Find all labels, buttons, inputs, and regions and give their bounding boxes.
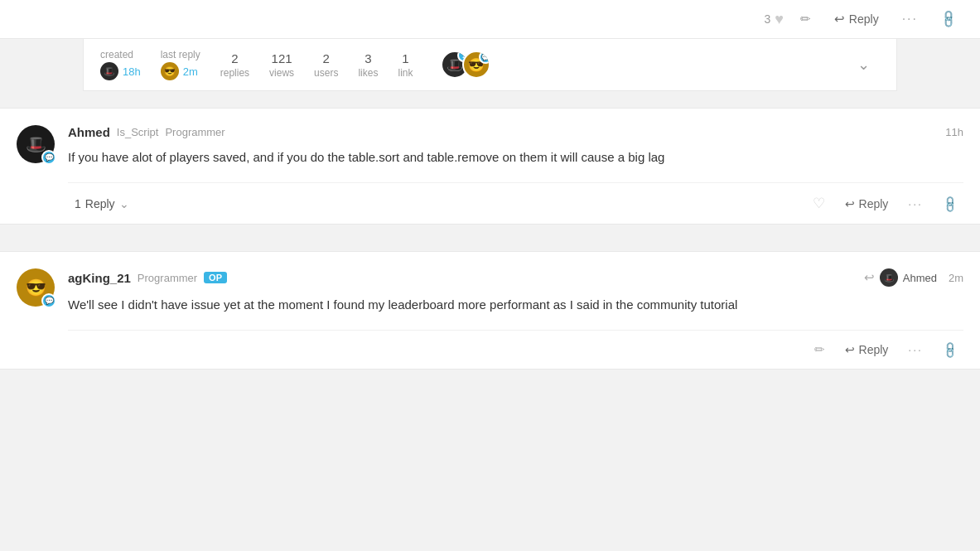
agking-timestamp: 2m <box>949 272 963 284</box>
edit-button-top[interactable]: ✏ <box>794 8 818 30</box>
ahmed-reply-label: Reply <box>859 197 889 210</box>
created-user-row: 🎩 18h <box>100 62 141 80</box>
meta-link: 1 link <box>398 51 413 79</box>
ahmed-avatar-badge: 💬 <box>41 150 56 165</box>
agking-footer: ✏ ↩ Reply ··· 🔗 <box>68 330 963 369</box>
ahmed-author-info: Ahmed Is_Script Programmer <box>68 125 225 139</box>
created-label: created <box>100 49 141 60</box>
agking-role: Programmer <box>138 272 197 284</box>
op-badge: OP <box>204 272 227 283</box>
agking-post-actions: ✏ ↩ Reply ··· 🔗 <box>808 339 963 360</box>
ahmed-header: Ahmed Is_Script Programmer 11h <box>68 125 963 139</box>
ahmed-footer: 1 Reply ⌄ ♡ ↩ Reply ··· <box>68 182 963 224</box>
ahmed-avatar: 🎩 💬 <box>17 125 55 163</box>
ahmed-replies-count: 1 <box>75 197 81 210</box>
post-ahmed: 🎩 💬 Ahmed Is_Script Programmer 11h If yo… <box>0 108 980 225</box>
ahmed-link-icon: 🔗 <box>940 194 959 213</box>
likes-value: 3 <box>364 51 371 65</box>
agking-more-icon: ··· <box>908 343 923 356</box>
meta-created: created 🎩 18h <box>100 49 141 80</box>
agking-edit-button[interactable]: ✏ <box>808 339 832 360</box>
chevron-down-icon: ⌄ <box>857 56 870 73</box>
participants-avatars: 🎩 2 😎 💬 <box>441 51 490 79</box>
link-label: link <box>398 67 413 79</box>
meta-views: 121 views <box>269 51 294 79</box>
agking-avatar: 😎 💬 <box>17 268 55 307</box>
top-action-bar: 3 ♥ ✏ ↩ Reply ··· 🔗 <box>0 0 980 39</box>
agking-avatar-col: 😎 💬 <box>17 268 55 369</box>
replies-label: replies <box>220 67 249 79</box>
reply-label-top: Reply <box>849 12 879 26</box>
agking-reply-label: Reply <box>859 343 889 356</box>
agking-author-info: agKing_21 Programmer OP <box>68 271 227 285</box>
last-reply-time: 2m <box>183 65 198 78</box>
agking-reply-arrow-icon: ↩ <box>845 343 855 356</box>
last-reply-avatar: 😎 <box>161 62 179 80</box>
thread-meta-bar: created 🎩 18h last reply 😎 2m 2 replies … <box>83 39 897 91</box>
reply-ref-avatar: 🎩 <box>880 268 898 287</box>
more-icon-top: ··· <box>902 12 918 27</box>
reply-ref-arrow-icon: ↩ <box>864 270 875 285</box>
link-button-top[interactable]: 🔗 <box>934 8 963 30</box>
agking-header: agKing_21 Programmer OP ↩ 🎩 Ahmed 2m <box>68 268 963 287</box>
replies-value: 2 <box>231 51 238 65</box>
ahmed-more-icon: ··· <box>908 197 923 210</box>
ahmed-role: Programmer <box>165 126 224 138</box>
post-agking: 😎 💬 agKing_21 Programmer OP ↩ 🎩 A <box>0 251 980 370</box>
agking-reply-ref: ↩ 🎩 Ahmed 2m <box>864 268 963 287</box>
ahmed-like-button[interactable]: ♡ <box>806 191 832 215</box>
heart-icon[interactable]: ♥ <box>775 11 784 28</box>
ahmed-reply-arrow-icon: ↩ <box>845 197 855 210</box>
post-agking-content: 😎 💬 agKing_21 Programmer OP ↩ 🎩 A <box>17 268 963 369</box>
created-avatar: 🎩 <box>100 62 118 80</box>
ahmed-post-body: Ahmed Is_Script Programmer 11h If you ha… <box>68 125 963 224</box>
views-value: 121 <box>272 51 292 65</box>
ahmed-avatar-col: 🎩 💬 <box>17 125 55 224</box>
meta-replies: 2 replies <box>220 51 249 79</box>
agking-name: agKing_21 <box>68 271 131 285</box>
ahmed-handle: Is_Script <box>117 126 159 138</box>
agking-content: We'll see I didn't have issue yet at the… <box>68 295 963 315</box>
link-value: 1 <box>402 51 408 65</box>
last-reply-label: last reply <box>161 49 200 60</box>
like-count-group: 3 ♥ <box>764 11 783 28</box>
edit-icon-top: ✏ <box>800 12 811 27</box>
reply-to-name: Ahmed <box>903 272 937 284</box>
likes-label: likes <box>358 67 378 79</box>
agking-more-button[interactable]: ··· <box>901 340 929 360</box>
ahmed-replies-chevron: ⌄ <box>119 197 129 210</box>
ahmed-name: Ahmed <box>68 125 110 139</box>
agking-avatar-badge: 💬 <box>41 293 56 308</box>
meta-last-reply: last reply 😎 2m <box>161 49 200 80</box>
meta-likes: 3 likes <box>358 51 378 79</box>
ahmed-reply-button[interactable]: ↩ Reply <box>838 194 896 214</box>
page-wrapper: 3 ♥ ✏ ↩ Reply ··· 🔗 created 🎩 18h last <box>0 0 980 551</box>
more-button-top[interactable]: ··· <box>896 8 924 30</box>
ahmed-more-button[interactable]: ··· <box>901 194 929 214</box>
meta-users: 2 users <box>314 51 338 79</box>
ahmed-link-button[interactable]: 🔗 <box>936 194 963 214</box>
expand-thread-button[interactable]: ⌄ <box>847 49 880 80</box>
like-number: 3 <box>764 12 770 26</box>
reply-button-top[interactable]: ↩ Reply <box>828 8 886 30</box>
ahmed-replies-toggle[interactable]: 1 Reply ⌄ <box>68 194 136 214</box>
agking-reply-button[interactable]: ↩ Reply <box>838 340 896 360</box>
participant-avatar-2: 😎 💬 <box>462 51 490 79</box>
ahmed-timestamp: 11h <box>945 126 963 138</box>
agking-post-body: agKing_21 Programmer OP ↩ 🎩 Ahmed 2m We'… <box>68 268 963 369</box>
views-label: views <box>269 67 294 79</box>
ahmed-content: If you have alot of players saved, and i… <box>68 147 963 167</box>
created-time: 18h <box>123 65 141 78</box>
agking-link-icon: 🔗 <box>940 340 959 359</box>
users-value: 2 <box>323 51 330 65</box>
agking-link-button[interactable]: 🔗 <box>936 340 963 360</box>
users-label: users <box>314 67 338 79</box>
ahmed-replies-label: Reply <box>85 197 115 210</box>
post-ahmed-content: 🎩 💬 Ahmed Is_Script Programmer 11h If yo… <box>17 125 963 224</box>
link-icon-top: 🔗 <box>938 8 959 30</box>
participant-badge-2: 💬 <box>479 51 490 64</box>
agking-edit-icon: ✏ <box>814 342 825 357</box>
last-reply-user-row: 😎 2m <box>161 62 200 80</box>
reply-arrow-icon-top: ↩ <box>834 12 845 27</box>
ahmed-post-actions: ♡ ↩ Reply ··· 🔗 <box>806 191 963 215</box>
